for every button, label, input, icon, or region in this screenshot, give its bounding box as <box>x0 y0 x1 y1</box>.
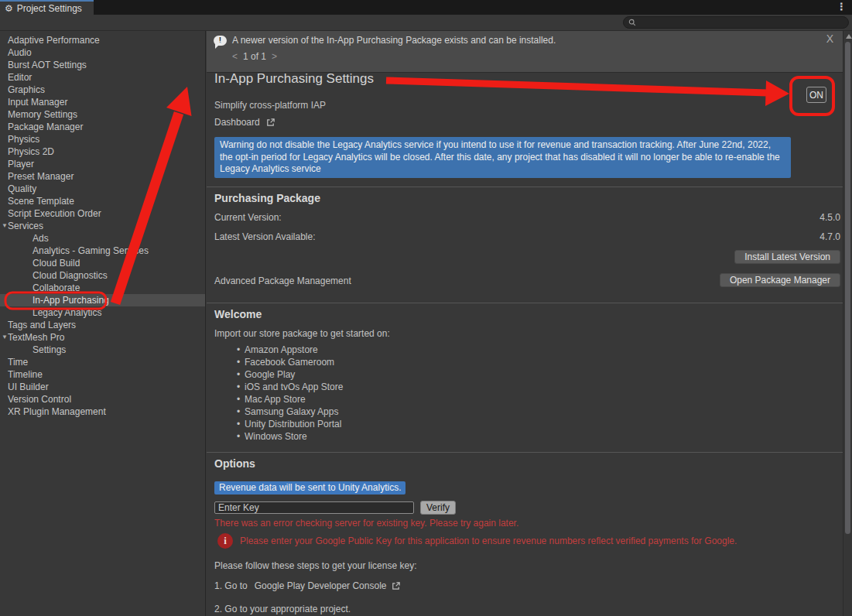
sidebar-item-tags-and-layers[interactable]: Tags and Layers <box>0 319 205 331</box>
dashboard-label: Dashboard <box>214 117 260 128</box>
sidebar-item-label: Scene Template <box>8 196 74 207</box>
dashboard-link[interactable]: Dashboard <box>214 117 275 128</box>
sidebar-item-in-app-purchasing[interactable]: In-App Purchasing <box>0 294 205 306</box>
options-heading: Options <box>214 457 255 470</box>
sidebar-item-package-manager[interactable]: Package Manager <box>0 121 205 133</box>
install-latest-version-button[interactable]: Install Latest Version <box>734 250 840 264</box>
close-icon[interactable]: X <box>826 33 833 45</box>
pager-prev-icon[interactable]: < <box>232 51 238 62</box>
toolbar <box>0 15 852 31</box>
sidebar-item-ads[interactable]: Ads <box>0 232 205 245</box>
store-list-item: Unity Distribution Portal <box>207 418 343 430</box>
google-key-notice: Please enter your Google Public Key for … <box>240 536 840 546</box>
store-list-item: Google Play <box>207 368 343 381</box>
sidebar-item-label: Memory Settings <box>8 109 77 120</box>
sidebar-item-label: In-App Purchasing <box>33 295 109 306</box>
sidebar-item-settings[interactable]: Settings <box>0 344 205 356</box>
step-1: 1. Go to Google Play Developer Console <box>214 580 401 591</box>
sidebar-item-timeline[interactable]: Timeline <box>0 368 205 381</box>
search-box[interactable] <box>623 16 849 29</box>
open-package-manager-button[interactable]: Open Package Manager <box>720 273 840 287</box>
kebab-menu-icon[interactable]: ⋮ <box>837 1 847 12</box>
sidebar-item-audio[interactable]: Audio <box>0 46 205 59</box>
sidebar-item-label: Cloud Diagnostics <box>33 270 108 281</box>
sidebar-item-quality[interactable]: Quality <box>0 183 205 195</box>
section-divider <box>207 187 843 187</box>
sidebar-item-physics-2d[interactable]: Physics 2D <box>0 145 205 158</box>
analytics-note-badge: Revenue data will be sent to Unity Analy… <box>214 481 405 495</box>
sidebar-item-services[interactable]: ▼Services <box>0 220 205 232</box>
service-on-toggle[interactable]: ON <box>806 87 826 103</box>
section-divider <box>207 452 843 453</box>
scrollbar-thumb[interactable] <box>845 42 850 534</box>
sidebar-item-collaborate[interactable]: Collaborate <box>0 282 205 294</box>
search-icon <box>628 19 636 26</box>
sidebar-item-label: TextMesh Pro <box>8 332 64 343</box>
sidebar-item-script-execution-order[interactable]: Script Execution Order <box>0 207 205 220</box>
welcome-heading: Welcome <box>214 308 262 320</box>
foldout-expanded-icon[interactable]: ▼ <box>2 220 8 232</box>
step-2: 2. Go to your appropriate project. <box>214 604 351 614</box>
store-list: Amazon AppstoreFacebook GameroomGoogle P… <box>207 344 343 443</box>
page-subtitle: Simplify cross-platform IAP <box>214 100 326 111</box>
pager-label: 1 of 1 <box>243 51 266 62</box>
section-divider <box>207 303 843 303</box>
welcome-intro: Import our store package to get started … <box>214 328 390 339</box>
sidebar-item-label: Preset Manager <box>8 171 74 182</box>
settings-category-sidebar: Adaptive PerformanceAudioBurst AOT Setti… <box>0 31 206 616</box>
sidebar-item-ui-builder[interactable]: UI Builder <box>0 381 205 393</box>
verify-button[interactable]: Verify <box>420 501 456 515</box>
latest-version-row: Latest Version Available: 4.7.0 <box>214 231 840 242</box>
scrollbar-up-arrow-icon[interactable] <box>846 34 852 39</box>
sidebar-item-label: Settings <box>33 344 66 355</box>
sidebar-item-label: Ads <box>33 233 49 244</box>
advanced-package-management-label: Advanced Package Management <box>214 275 351 286</box>
sidebar-item-version-control[interactable]: Version Control <box>0 393 205 406</box>
latest-version-label: Latest Version Available: <box>214 231 316 242</box>
sidebar-item-label: Services <box>8 221 43 231</box>
sidebar-item-xr-plugin-management[interactable]: XR Plugin Management <box>0 406 205 418</box>
sidebar-item-label: Legacy Analytics <box>33 307 101 318</box>
pager-next-icon[interactable]: > <box>272 51 277 62</box>
key-check-error-text: There was an error checking server for e… <box>214 518 518 529</box>
steps-intro: Please follow these steps to get your li… <box>214 560 416 571</box>
sidebar-item-label: Physics 2D <box>8 146 54 157</box>
tab-project-settings[interactable]: ⚙ Project Settings <box>0 0 94 15</box>
notification-message: A newer version of the In-App Purchasing… <box>232 35 556 46</box>
current-version-label: Current Version: <box>214 212 282 223</box>
sidebar-item-label: Collaborate <box>33 282 80 293</box>
gear-icon: ⚙ <box>5 4 13 13</box>
sidebar-item-analytics-gaming-services[interactable]: Analytics - Gaming Services <box>0 245 205 257</box>
sidebar-item-editor[interactable]: Editor <box>0 71 205 84</box>
sidebar-item-graphics[interactable]: Graphics <box>0 84 205 96</box>
current-version-value: 4.5.0 <box>819 212 840 223</box>
sidebar-item-scene-template[interactable]: Scene Template <box>0 195 205 207</box>
sidebar-item-cloud-build[interactable]: Cloud Build <box>0 257 205 269</box>
sidebar-item-preset-manager[interactable]: Preset Manager <box>0 170 205 183</box>
search-input[interactable] <box>639 17 848 28</box>
legacy-analytics-warning: Warning do not disable the Legacy Analyt… <box>214 137 791 178</box>
sidebar-item-label: Quality <box>8 183 36 194</box>
sidebar-item-cloud-diagnostics[interactable]: Cloud Diagnostics <box>0 269 205 282</box>
foldout-expanded-icon[interactable]: ▼ <box>2 331 8 344</box>
sidebar-item-textmesh-pro[interactable]: ▼TextMesh Pro <box>0 331 205 344</box>
sidebar-item-adaptive-performance[interactable]: Adaptive Performance <box>0 34 205 46</box>
sidebar-item-label: Audio <box>8 47 32 58</box>
sidebar-item-input-manager[interactable]: Input Manager <box>0 96 205 108</box>
title-bar: ⚙ Project Settings ⋮ <box>0 0 852 15</box>
sidebar-item-player[interactable]: Player <box>0 158 205 170</box>
sidebar-item-time[interactable]: Time <box>0 356 205 368</box>
sidebar-item-label: Adaptive Performance <box>8 35 100 46</box>
sidebar-item-label: Input Manager <box>8 97 67 108</box>
store-list-item: Mac App Store <box>207 393 343 406</box>
license-key-input[interactable] <box>214 501 414 514</box>
package-update-notification: ! A newer version of the In-App Purchasi… <box>207 31 843 73</box>
sidebar-item-legacy-analytics[interactable]: Legacy Analytics <box>0 306 205 319</box>
sidebar-item-memory-settings[interactable]: Memory Settings <box>0 108 205 121</box>
store-list-item: iOS and tvOs App Store <box>207 381 343 393</box>
store-list-item: Amazon Appstore <box>207 344 343 356</box>
sidebar-item-burst-aot-settings[interactable]: Burst AOT Settings <box>0 59 205 71</box>
sidebar-item-physics[interactable]: Physics <box>0 133 205 145</box>
google-play-console-link[interactable]: Google Play Developer Console <box>255 580 387 591</box>
page-title: In-App Purchasing Settings <box>214 71 374 87</box>
